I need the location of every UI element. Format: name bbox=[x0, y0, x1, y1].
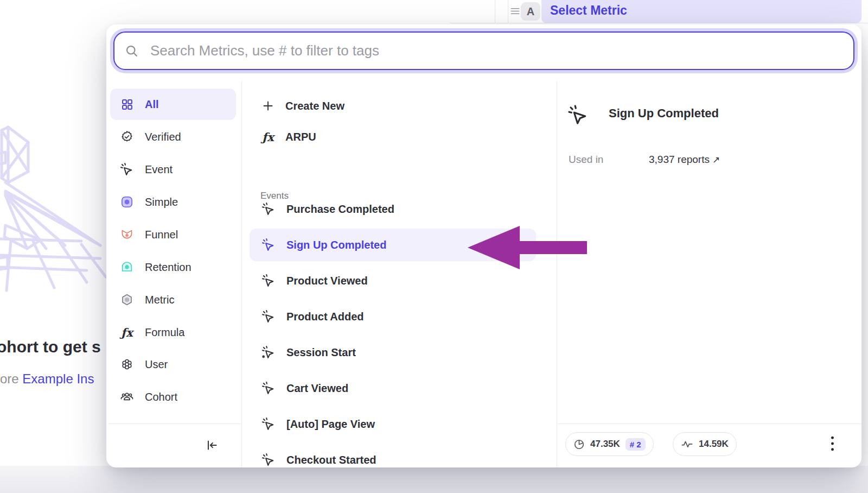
funnel-icon bbox=[120, 228, 133, 241]
total-count-badge[interactable]: 47.35K # 2 bbox=[565, 432, 654, 456]
sidebar-item-funnel[interactable]: Funnel bbox=[110, 219, 236, 250]
metric-series-badge[interactable]: A bbox=[521, 2, 540, 21]
formula-fx-icon: ƒx bbox=[261, 130, 275, 143]
used-in-reports-link[interactable]: 3,937 reports↗ bbox=[649, 154, 720, 166]
sidebar-item-simple[interactable]: Simple bbox=[110, 186, 236, 218]
list-item-event[interactable]: Session Start bbox=[250, 337, 536, 368]
sidebar-item-label: Event bbox=[145, 163, 173, 176]
event-cursor-icon bbox=[261, 381, 276, 395]
list-item-event[interactable]: Product Added bbox=[250, 301, 536, 332]
screen: A Select Metric ohort to get s ore Examp… bbox=[0, 0, 868, 493]
list-item-label: Checkout Started bbox=[286, 454, 376, 466]
select-metric-field[interactable]: Select Metric bbox=[541, 0, 861, 23]
collapse-left-icon bbox=[205, 438, 219, 452]
sidebar-item-label: Retention bbox=[145, 261, 192, 274]
sidebar-item-cohort[interactable]: Cohort bbox=[110, 381, 236, 413]
cohort-people-icon bbox=[120, 390, 133, 403]
secondary-count-value: 14.59K bbox=[699, 439, 729, 450]
event-cursor-icon bbox=[120, 163, 133, 176]
metric-hexagon-icon bbox=[120, 293, 133, 306]
event-cursor-icon bbox=[261, 309, 276, 324]
external-link-icon: ↗ bbox=[712, 155, 720, 165]
search-box[interactable] bbox=[113, 31, 854, 70]
event-cursor-icon bbox=[567, 104, 589, 126]
search-icon bbox=[124, 43, 139, 59]
user-cluster-icon bbox=[120, 358, 133, 371]
event-cursor-star-icon bbox=[261, 345, 276, 359]
secondary-count-badge[interactable]: 14.59K bbox=[673, 432, 737, 456]
pie-chart-icon bbox=[573, 439, 585, 450]
used-in-label: Used in bbox=[569, 154, 603, 166]
event-cursor-icon bbox=[261, 238, 276, 252]
list-item-label: [Auto] Page View bbox=[286, 418, 375, 431]
decorative-wireframe-art bbox=[0, 121, 108, 295]
link-prefix: ore bbox=[0, 371, 22, 386]
create-new-label: Create New bbox=[285, 100, 344, 112]
page-bottom-strip bbox=[0, 466, 868, 493]
list-item-label: Cart Viewed bbox=[286, 382, 348, 395]
detail-title: Sign Up Completed bbox=[609, 106, 719, 121]
sidebar-item-label: Formula bbox=[145, 326, 184, 339]
sidebar-item-label: Funnel bbox=[145, 229, 178, 241]
sidebar-footer-divider bbox=[108, 424, 241, 424]
list-item-arpu[interactable]: ƒx ARPU bbox=[250, 122, 536, 152]
activity-pulse-icon bbox=[681, 438, 693, 451]
rank-chip: # 2 bbox=[626, 438, 646, 451]
select-metric-label: Select Metric bbox=[550, 3, 627, 18]
verified-badge-icon bbox=[120, 130, 133, 143]
formula-fx-icon: ƒx bbox=[120, 326, 133, 339]
drag-handle-icon[interactable] bbox=[510, 3, 521, 18]
search-input[interactable] bbox=[149, 42, 845, 60]
list-item-label: Purchase Completed bbox=[286, 203, 394, 216]
sidebar-item-label: All bbox=[145, 98, 159, 111]
plus-icon bbox=[261, 99, 275, 112]
event-cursor-icon bbox=[261, 202, 276, 216]
list-item-event[interactable]: Checkout Started bbox=[250, 445, 536, 467]
sidebar-item-verified[interactable]: Verified bbox=[110, 121, 236, 153]
kebab-menu-icon bbox=[831, 436, 834, 451]
detail-footer-divider bbox=[557, 424, 861, 424]
all-grid-icon bbox=[120, 98, 133, 111]
sidebar-item-label: Cohort bbox=[145, 391, 177, 403]
event-cursor-icon bbox=[261, 453, 276, 467]
list-item-label: ARPU bbox=[285, 131, 316, 143]
annotation-arrow bbox=[467, 223, 591, 273]
sidebar-item-event[interactable]: Event bbox=[110, 154, 236, 185]
create-new-button[interactable]: Create New bbox=[250, 91, 536, 121]
example-insights-link[interactable]: Example Ins bbox=[22, 371, 94, 386]
search-focus-ring bbox=[110, 28, 858, 73]
sidebar-item-metric[interactable]: Metric bbox=[110, 284, 236, 315]
sidebar-item-user[interactable]: User bbox=[110, 349, 236, 380]
sidebar-item-all[interactable]: All bbox=[110, 89, 236, 120]
sidebar-item-retention[interactable]: Retention bbox=[110, 251, 236, 283]
column-divider bbox=[241, 81, 242, 467]
more-options-button[interactable] bbox=[828, 434, 837, 453]
sidebar-item-formula[interactable]: ƒx Formula bbox=[110, 317, 236, 348]
event-cursor-icon bbox=[261, 274, 276, 288]
background-headline: ohort to get s bbox=[0, 338, 101, 356]
retention-icon bbox=[120, 261, 133, 274]
sidebar-item-label: Verified bbox=[145, 131, 181, 143]
toolbar-separator bbox=[495, 0, 495, 23]
list-item-label: Product Viewed bbox=[286, 275, 368, 287]
total-count-value: 47.35K bbox=[590, 439, 620, 450]
collapse-sidebar-button[interactable] bbox=[204, 437, 220, 453]
simple-icon bbox=[120, 195, 133, 208]
list-item-label: Product Added bbox=[286, 311, 364, 323]
list-item-event[interactable]: Cart Viewed bbox=[250, 373, 536, 403]
toolbar-separator bbox=[508, 0, 508, 23]
event-cursor-icon bbox=[261, 417, 276, 431]
sidebar-item-label: Metric bbox=[145, 294, 174, 306]
sidebar-item-label: Simple bbox=[145, 196, 178, 208]
list-item-label: Session Start bbox=[286, 346, 356, 359]
column-divider bbox=[557, 81, 557, 467]
background-link-line: ore Example Ins bbox=[0, 371, 94, 387]
list-item-event[interactable]: Purchase Completed bbox=[250, 194, 536, 224]
sidebar-item-label: User bbox=[145, 358, 168, 371]
list-item-label: Sign Up Completed bbox=[286, 239, 386, 251]
list-item-event[interactable]: [Auto] Page View bbox=[250, 409, 536, 439]
